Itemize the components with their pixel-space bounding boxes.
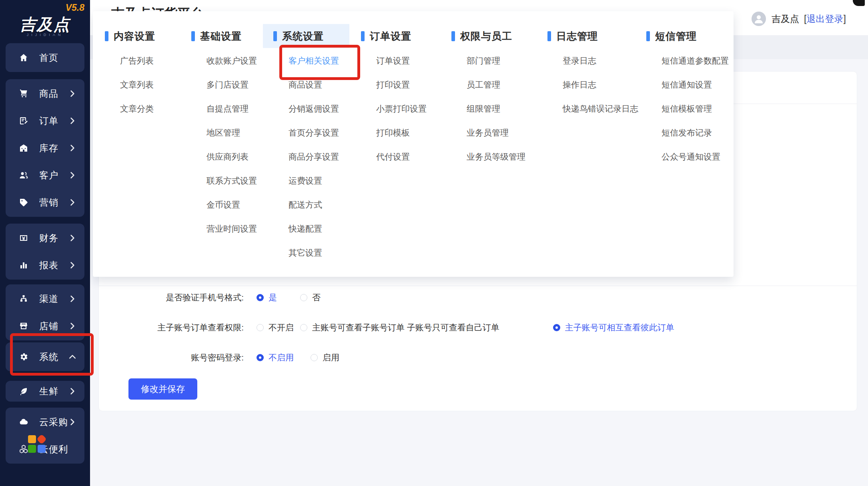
menu-item[interactable]: 短信发布记录 (662, 121, 729, 145)
menu-column-6: 短信管理短信通道参数配置短信通知设置短信模板管理短信发布记录公众号通知设置 (646, 29, 729, 169)
radio-icon[interactable] (311, 354, 318, 361)
radio-option[interactable]: 不启用 (257, 352, 294, 363)
sidebar-item-system[interactable]: 系统 (6, 343, 84, 370)
menu-item[interactable]: 登录日志 (563, 49, 638, 73)
sidebar-item-orders[interactable]: 订单 (6, 107, 84, 134)
chart-icon (18, 260, 29, 270)
save-button[interactable]: 修改并保存 (128, 378, 197, 400)
menu-item[interactable]: 快递鸟错误记录日志 (563, 97, 638, 121)
menu-item[interactable]: 广告列表 (120, 49, 155, 73)
sidebar-item-stores[interactable]: 店铺 (6, 312, 84, 340)
menu-column-5: 日志管理登录日志操作日志快递鸟错误记录日志 (547, 29, 638, 121)
menu-column-title: 短信管理 (655, 30, 697, 43)
menu-item[interactable]: 员工管理 (467, 73, 525, 97)
radio-option-label: 主账号可查看子账号订单 子账号只可查看自己订单 (312, 322, 499, 333)
menu-item[interactable]: 配送方式 (289, 193, 339, 217)
radio-option[interactable]: 是 (257, 292, 277, 303)
logout-link[interactable]: [退出登录] (804, 13, 846, 25)
menu-item[interactable]: 打印模板 (376, 121, 427, 145)
menu-column-1: 基础设置收款账户设置多门店设置自提点管理地区管理供应商列表联系方式设置金币设置营… (191, 29, 257, 241)
menu-item[interactable]: 自提点管理 (206, 97, 257, 121)
menu-item[interactable]: 商品设置 (289, 73, 339, 97)
chevron-right-icon (70, 388, 75, 395)
sidebar-item-fresh[interactable]: 生鲜 (6, 382, 84, 401)
radio-option-label: 是 (269, 292, 277, 303)
menu-item[interactable]: 分销返佣设置 (289, 97, 339, 121)
menu-item[interactable]: 联系方式设置 (206, 169, 257, 193)
sidebar-item-cloud-purchase[interactable]: 云采购 (6, 408, 84, 436)
menu-item[interactable]: 客户相关设置 (289, 49, 339, 73)
menu-item[interactable]: 供应商列表 (206, 145, 257, 169)
menu-item[interactable]: 金币设置 (206, 193, 257, 217)
chevron-right-icon (70, 295, 75, 302)
radio-option[interactable]: 主账号可查看子账号订单 子账号只可查看自己订单 (300, 322, 499, 333)
menu-item[interactable]: 文章列表 (120, 73, 155, 97)
menu-item[interactable]: 文章分类 (120, 97, 155, 121)
radio-option[interactable]: 启用 (311, 352, 339, 363)
menu-item[interactable]: 业务员等级管理 (467, 145, 525, 169)
header-accent-bar (646, 31, 650, 41)
menu-item[interactable]: 快递配置 (289, 217, 339, 241)
menu-item[interactable]: 小票打印设置 (376, 97, 427, 121)
radio-icon[interactable] (300, 324, 307, 331)
radio-option[interactable]: 主子账号可相互查看彼此订单 (553, 322, 674, 333)
sidebar-item-finance[interactable]: 财务 (6, 224, 84, 252)
radio-icon[interactable] (553, 324, 560, 331)
sidebar-item-channels[interactable]: 渠道 (6, 285, 84, 312)
grid-green (28, 445, 36, 453)
sidebar-item-label: 报表 (39, 259, 58, 272)
menu-column-header: 内容设置 (105, 29, 155, 43)
sidebar-item-label: 生鲜 (39, 385, 58, 398)
menu-item[interactable]: 多门店设置 (206, 73, 257, 97)
menu-item[interactable]: 打印设置 (376, 73, 427, 97)
radio-option-label: 主子账号可相互查看彼此订单 (565, 322, 674, 333)
menu-item[interactable]: 地区管理 (206, 121, 257, 145)
cart-icon (18, 88, 29, 99)
menu-item[interactable]: 短信通知设置 (662, 73, 729, 97)
menu-item[interactable]: 其它设置 (289, 241, 339, 265)
menu-item[interactable]: 营业时间设置 (206, 217, 257, 241)
radio-icon[interactable] (257, 294, 264, 301)
sidebar-item-customers[interactable]: 客户 (6, 162, 84, 189)
username: 吉及点 (772, 13, 799, 25)
menu-item[interactable]: 公众号通知设置 (662, 145, 729, 169)
menu-item[interactable]: 短信模板管理 (662, 97, 729, 121)
radio-icon[interactable] (300, 294, 307, 301)
sidebar-item-label: 系统 (39, 351, 58, 363)
logout-link-text[interactable]: 退出登录 (806, 14, 843, 24)
sidebar-group: 系统 (6, 342, 84, 371)
chevron-right-icon (70, 262, 75, 269)
radio-option[interactable]: 否 (300, 292, 321, 303)
chevron-right-icon (70, 90, 75, 97)
menu-item[interactable]: 代付设置 (376, 145, 427, 169)
menu-column-title: 日志管理 (556, 30, 598, 43)
screen: V5.8 吉及点 JIJIDIAN 首页商品订单库存客户营销财务报表渠道店铺系统… (0, 0, 868, 486)
menu-item[interactable]: 短信通道参数配置 (662, 49, 729, 73)
menu-item[interactable]: 运费设置 (289, 169, 339, 193)
radio-option[interactable]: 不开启 (257, 322, 294, 333)
menu-item[interactable]: 操作日志 (563, 73, 638, 97)
sidebar-item-marketing[interactable]: 营销 (6, 189, 84, 216)
sitemap-icon (18, 294, 29, 304)
menu-item[interactable]: 组限管理 (467, 97, 525, 121)
app-logo: 吉及点 (0, 14, 90, 36)
menu-item[interactable]: 部门管理 (467, 49, 525, 73)
menu-column-header: 基础设置 (191, 29, 257, 43)
sidebar-item-goods[interactable]: 商品 (6, 80, 84, 107)
menu-item[interactable]: 首页分享设置 (289, 121, 339, 145)
menu-column-header: 日志管理 (547, 29, 638, 43)
menu-item[interactable]: 业务员管理 (467, 121, 525, 145)
radio-icon[interactable] (257, 324, 264, 331)
menu-item[interactable]: 收款账户设置 (206, 49, 257, 73)
radio-option-label: 启用 (323, 352, 339, 363)
sidebar-item-label: 首页 (39, 52, 58, 64)
sidebar-item-label: 营销 (39, 196, 58, 209)
radio-icon[interactable] (257, 354, 264, 361)
menu-item[interactable]: 订单设置 (376, 49, 427, 73)
sidebar-item-inventory[interactable]: 库存 (6, 134, 84, 162)
sidebar-item-reports[interactable]: 报表 (6, 252, 84, 279)
sidebar-item-label: 客户 (39, 169, 58, 182)
home-icon (18, 52, 29, 63)
sidebar-item-home[interactable]: 首页 (6, 44, 84, 71)
menu-item[interactable]: 商品分享设置 (289, 145, 339, 169)
